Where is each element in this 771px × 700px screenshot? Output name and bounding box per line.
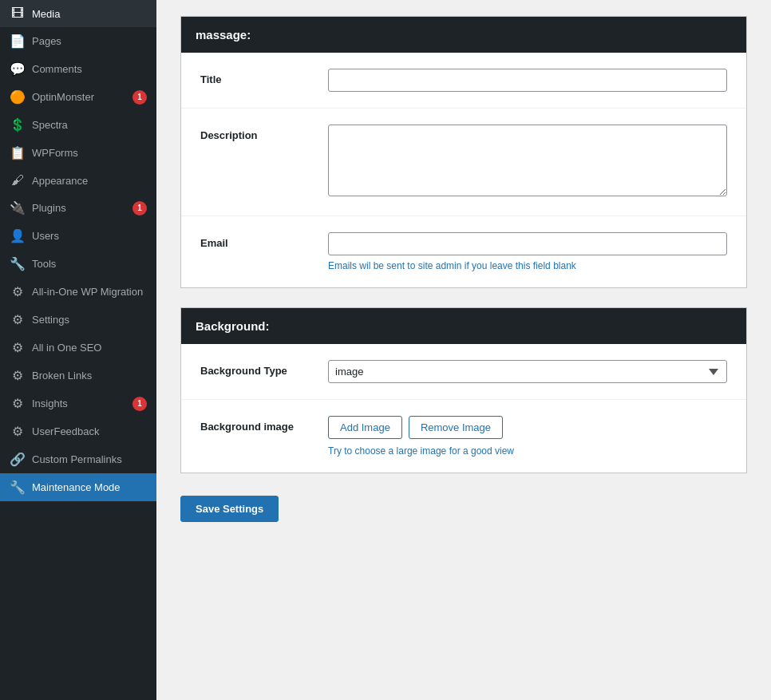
email-row: Email Emails wil be sent to site admin i…	[181, 216, 746, 287]
custom-permalinks-icon: 🔗	[10, 452, 26, 467]
optinmonster-icon: 🟠	[10, 89, 26, 105]
sidebar-item-broken-links[interactable]: ⚙ Broken Links	[0, 362, 156, 390]
description-control-wrap	[328, 125, 727, 200]
title-control-wrap	[328, 69, 727, 92]
sidebar-item-label: Users	[32, 230, 147, 242]
bg-image-label: Background image	[200, 416, 328, 433]
remove-image-button[interactable]: Remove Image	[409, 416, 503, 439]
bg-image-hint: Try to choose a large image for a good v…	[328, 445, 727, 457]
sidebar-item-label: Tools	[32, 258, 147, 270]
sidebar-item-label: UserFeedback	[32, 425, 147, 437]
plugins-icon: 🔌	[10, 200, 26, 216]
sidebar-item-all-in-one-seo[interactable]: ⚙ All in One SEO	[0, 334, 156, 362]
email-control-wrap: Emails wil be sent to site admin if you …	[328, 232, 727, 271]
bg-type-control-wrap: image color gradient	[328, 360, 727, 383]
sidebar-item-label: Maintenance Mode	[32, 481, 147, 493]
sidebar-item-settings[interactable]: ⚙ Settings	[0, 306, 156, 334]
massage-card-header: massage:	[181, 17, 746, 53]
sidebar-item-spectra[interactable]: 💲 Spectra	[0, 111, 156, 139]
sidebar-item-label: Spectra	[32, 119, 147, 131]
sidebar: 🎞 Media 📄 Pages 💬 Comments 🟠 OptinMonste…	[0, 0, 156, 700]
bg-image-btn-group: Add Image Remove Image	[328, 416, 727, 439]
insights-badge: 1	[132, 397, 147, 411]
sidebar-item-label: WPForms	[32, 147, 147, 159]
add-image-button[interactable]: Add Image	[328, 416, 402, 439]
bg-image-row: Background image Add Image Remove Image …	[181, 400, 746, 473]
comments-icon: 💬	[10, 61, 26, 77]
sidebar-item-label: Pages	[32, 35, 147, 47]
sidebar-item-label: All in One SEO	[32, 342, 147, 354]
settings-icon: ⚙	[10, 312, 26, 327]
title-label: Title	[200, 69, 328, 85]
maintenance-mode-icon: 🔧	[10, 480, 26, 495]
sidebar-item-appearance[interactable]: 🖌 Appearance	[0, 167, 156, 194]
bg-type-row: Background Type image color gradient	[181, 344, 746, 400]
title-row: Title	[181, 53, 746, 109]
bg-type-label: Background Type	[200, 360, 328, 377]
sidebar-item-userfeedback[interactable]: ⚙ UserFeedback	[0, 417, 156, 445]
sidebar-item-media[interactable]: 🎞 Media	[0, 0, 156, 27]
seo-icon: ⚙	[10, 340, 26, 355]
optinmonster-badge: 1	[132, 90, 147, 105]
sidebar-item-custom-permalinks[interactable]: 🔗 Custom Permalinks	[0, 445, 156, 473]
description-label: Description	[200, 125, 328, 141]
background-card-header: Background:	[181, 308, 746, 344]
sidebar-item-users[interactable]: 👤 Users	[0, 222, 156, 250]
sidebar-item-label: Appearance	[32, 175, 147, 187]
title-input[interactable]	[328, 69, 727, 92]
sidebar-item-label: Plugins	[32, 202, 126, 214]
sidebar-item-label: OptinMonster	[32, 91, 126, 103]
sidebar-item-pages[interactable]: 📄 Pages	[0, 27, 156, 55]
sidebar-item-label: Media	[32, 8, 147, 20]
insights-icon: ⚙	[10, 396, 26, 411]
spectra-icon: 💲	[10, 117, 26, 132]
sidebar-item-label: Settings	[32, 314, 147, 326]
email-input[interactable]	[328, 232, 727, 255]
sidebar-item-label: Insights	[32, 397, 126, 409]
media-icon: 🎞	[10, 6, 26, 21]
bg-image-control-wrap: Add Image Remove Image Try to choose a l…	[328, 416, 727, 457]
description-textarea[interactable]	[328, 125, 727, 196]
sidebar-item-insights[interactable]: ⚙ Insights 1	[0, 390, 156, 417]
bg-type-select[interactable]: image color gradient	[328, 360, 727, 383]
sidebar-item-label: Custom Permalinks	[32, 453, 147, 465]
appearance-icon: 🖌	[10, 173, 26, 188]
background-card-body: Background Type image color gradient Bac…	[181, 344, 746, 473]
save-row: Save Settings	[180, 492, 747, 522]
sidebar-item-label: All-in-One WP Migration	[32, 286, 147, 298]
background-card: Background: Background Type image color …	[180, 307, 747, 473]
tools-icon: 🔧	[10, 256, 26, 271]
email-hint: Emails wil be sent to site admin if you …	[328, 260, 727, 271]
sidebar-item-maintenance-mode[interactable]: 🔧 Maintenance Mode	[0, 473, 156, 501]
sidebar-item-plugins[interactable]: 🔌 Plugins 1	[0, 194, 156, 222]
sidebar-item-optinmonster[interactable]: 🟠 OptinMonster 1	[0, 83, 156, 111]
massage-card-body: Title Description Email Emails wil be se…	[181, 53, 746, 287]
sidebar-item-label: Comments	[32, 63, 147, 75]
description-row: Description	[181, 109, 746, 216]
main-content: massage: Title Description Email	[156, 0, 771, 700]
broken-links-icon: ⚙	[10, 368, 26, 383]
sidebar-item-wpforms[interactable]: 📋 WPForms	[0, 139, 156, 167]
sidebar-item-allinone-wp[interactable]: ⚙ All-in-One WP Migration	[0, 278, 156, 306]
wpforms-icon: 📋	[10, 145, 26, 160]
users-icon: 👤	[10, 228, 26, 243]
sidebar-item-comments[interactable]: 💬 Comments	[0, 55, 156, 83]
userfeedback-icon: ⚙	[10, 424, 26, 439]
massage-card: massage: Title Description Email	[180, 16, 747, 288]
save-settings-button[interactable]: Save Settings	[180, 496, 279, 522]
allinone-wp-icon: ⚙	[10, 284, 26, 299]
sidebar-item-tools[interactable]: 🔧 Tools	[0, 250, 156, 278]
plugins-badge: 1	[132, 201, 147, 216]
sidebar-item-label: Broken Links	[32, 370, 147, 382]
pages-icon: 📄	[10, 34, 26, 49]
email-label: Email	[200, 232, 328, 249]
